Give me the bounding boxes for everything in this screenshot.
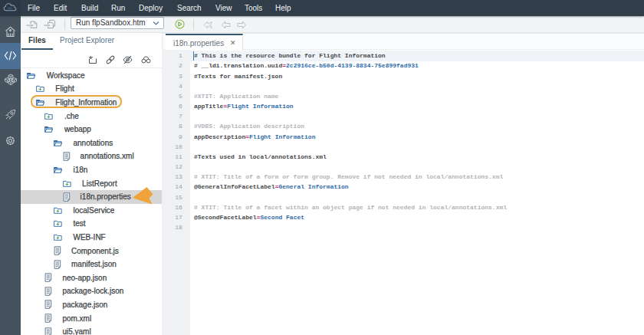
svg-text:</>: </> <box>8 6 13 10</box>
